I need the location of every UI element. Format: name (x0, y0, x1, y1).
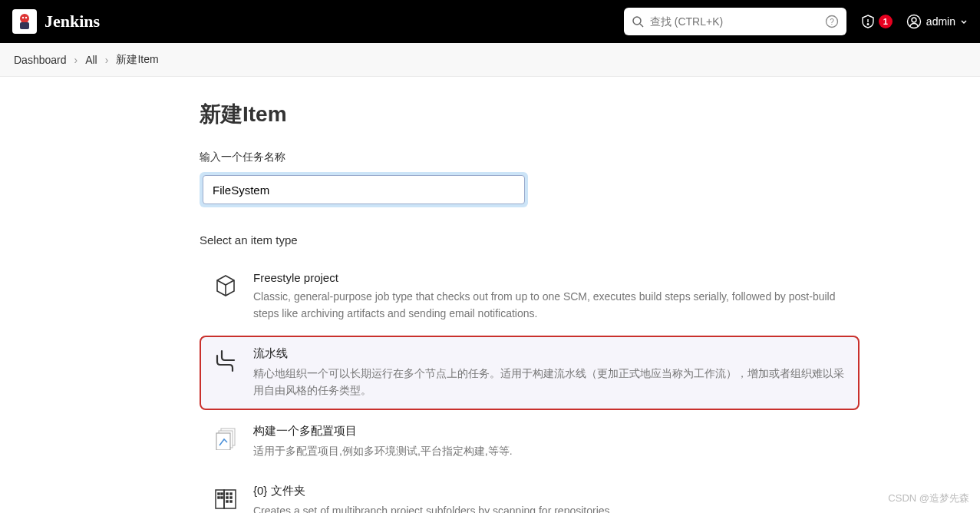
search-box[interactable]: ? (624, 8, 846, 35)
svg-line-5 (640, 24, 643, 27)
name-input-wrap (200, 172, 528, 207)
user-icon (906, 14, 922, 29)
svg-rect-1 (20, 22, 29, 29)
multiconfig-icon (212, 424, 239, 450)
section-label: Select an item type (200, 233, 860, 247)
type-title: 构建一个多配置项目 (253, 424, 847, 439)
svg-rect-21 (226, 493, 228, 495)
type-title: Freestyle project (253, 271, 847, 284)
type-title: 流水线 (253, 346, 847, 361)
svg-point-10 (907, 15, 920, 28)
help-icon[interactable]: ? (825, 15, 839, 28)
search-input[interactable] (650, 15, 819, 28)
item-name-input[interactable] (203, 175, 525, 204)
breadcrumb: Dashboard › All › 新建Item (0, 43, 980, 77)
page-title: 新建Item (200, 100, 860, 129)
type-desc: Creates a set of multibranch project sub… (253, 503, 847, 513)
svg-point-9 (867, 24, 869, 25)
svg-rect-14 (216, 433, 230, 450)
top-header: Jenkins ? 1 admin (0, 0, 980, 43)
alerts-button[interactable]: 1 (860, 14, 893, 29)
user-menu[interactable]: admin (906, 14, 968, 29)
name-label: 输入一个任务名称 (200, 151, 860, 164)
type-multiconfig[interactable]: 构建一个多配置项目 适用于多配置项目,例如多环境测试,平台指定构建,等等. (200, 413, 860, 471)
watermark: CSDN @造梦先森 (888, 491, 969, 505)
type-pipeline[interactable]: 流水线 精心地组织一个可以长期运行在多个节点上的任务。适用于构建流水线（更加正式… (200, 336, 860, 409)
type-title: {0} 文件夹 (253, 484, 847, 498)
type-desc: Classic, general-purpose job type that c… (253, 289, 847, 322)
chevron-down-icon (960, 18, 968, 25)
type-folder[interactable]: {0} 文件夹 Creates a set of multibranch pro… (200, 473, 860, 513)
svg-rect-19 (218, 497, 219, 498)
svg-rect-17 (218, 493, 219, 495)
svg-rect-18 (221, 493, 223, 495)
alert-count-badge: 1 (879, 15, 893, 28)
chevron-right-icon: › (105, 54, 109, 66)
svg-text:?: ? (830, 18, 834, 26)
crumb-newitem[interactable]: 新建Item (116, 53, 158, 67)
type-freestyle[interactable]: Freestyle project Classic, general-purpo… (200, 260, 860, 333)
main-content: 新建Item 输入一个任务名称 Select an item type Free… (0, 77, 860, 513)
svg-point-11 (912, 18, 916, 22)
svg-rect-26 (230, 501, 232, 502)
svg-rect-22 (230, 493, 232, 495)
pipeline-icon (212, 346, 239, 374)
type-desc: 精心地组织一个可以长期运行在多个节点上的任务。适用于构建流水线（更加正式地应当称… (253, 366, 847, 399)
svg-rect-23 (226, 497, 228, 498)
logo-text: Jenkins (45, 12, 100, 31)
logo[interactable]: Jenkins (12, 9, 100, 34)
svg-rect-20 (221, 497, 223, 498)
crumb-dashboard[interactable]: Dashboard (14, 54, 67, 66)
chevron-right-icon: › (74, 54, 78, 66)
svg-point-3 (25, 17, 27, 18)
crumb-all[interactable]: All (85, 54, 97, 66)
type-desc: 适用于多配置项目,例如多环境测试,平台指定构建,等等. (253, 443, 847, 460)
freestyle-icon (212, 271, 239, 299)
user-name: admin (926, 15, 955, 28)
item-type-list: Freestyle project Classic, general-purpo… (200, 260, 860, 513)
svg-point-4 (633, 17, 641, 25)
search-icon (632, 15, 644, 28)
svg-point-0 (20, 14, 29, 23)
shield-icon (860, 14, 876, 29)
svg-rect-24 (230, 497, 232, 498)
svg-point-2 (22, 17, 24, 18)
folder-icon (212, 484, 239, 511)
jenkins-logo-icon (12, 9, 37, 34)
svg-rect-25 (226, 501, 228, 502)
